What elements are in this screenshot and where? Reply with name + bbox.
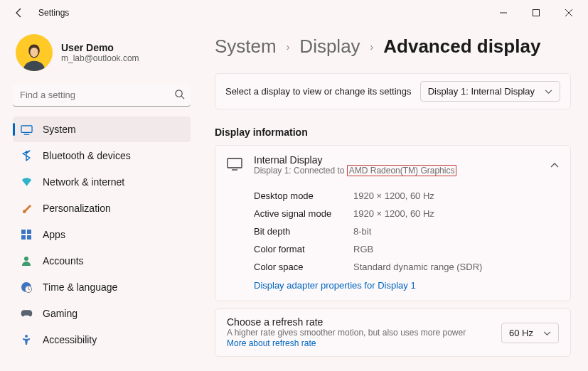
refresh-sub: A higher rate gives smoother motion, but… <box>227 328 466 338</box>
svg-point-4 <box>176 90 182 97</box>
chevron-down-icon <box>543 328 551 338</box>
info-row: Bit depth8-bit <box>254 222 557 240</box>
refresh-rate-card: Choose a refresh rate A higher rate give… <box>215 308 571 357</box>
svg-line-5 <box>181 96 184 99</box>
selector-label: Select a display to view or change its s… <box>225 86 412 97</box>
accessibility-icon <box>20 333 33 346</box>
nav-label: Network & internet <box>43 176 124 188</box>
nav-label: Accessibility <box>43 334 97 345</box>
nav-item-apps[interactable]: Apps <box>13 222 191 247</box>
svg-point-18 <box>25 335 28 338</box>
profile-name: User Demo <box>61 42 139 53</box>
nav-item-accounts[interactable]: Accounts <box>13 248 191 274</box>
titlebar: Settings <box>0 0 588 26</box>
info-table: Desktop mode1920 × 1200, 60 Hz Active si… <box>215 184 570 301</box>
profile-email: m_lab@outlook.com <box>61 53 139 63</box>
refresh-value: 60 Hz <box>509 328 533 338</box>
svg-rect-11 <box>27 235 31 240</box>
window-controls <box>487 1 585 24</box>
nav-label: Gaming <box>43 308 77 319</box>
display-selector-row: Select a display to view or change its s… <box>215 73 571 109</box>
wifi-icon <box>20 176 33 188</box>
selector-value: Display 1: Internal Display <box>428 86 535 97</box>
section-title: Display information <box>215 127 571 138</box>
info-row: Active signal mode1920 × 1200, 60 Hz <box>254 205 557 222</box>
display-name: Internal Display <box>254 154 539 166</box>
svg-rect-8 <box>21 230 26 234</box>
svg-rect-1 <box>533 10 540 16</box>
search-wrap <box>13 84 191 107</box>
bluetooth-icon <box>20 149 33 162</box>
card-header[interactable]: Internal Display Display 1: Connected to… <box>215 146 570 184</box>
info-row: Color formatRGB <box>254 240 557 258</box>
chevron-right-icon: › <box>370 41 374 53</box>
svg-rect-10 <box>21 235 26 240</box>
nav-label: Apps <box>43 229 65 240</box>
nav-item-time[interactable]: Time & language <box>13 274 191 300</box>
refresh-title: Choose a refresh rate <box>227 316 466 328</box>
profile-block[interactable]: User Demo m_lab@outlook.com <box>13 30 191 84</box>
info-row: Color spaceStandard dynamic range (SDR) <box>254 258 557 276</box>
nav-label: Time & language <box>43 281 117 293</box>
breadcrumb-system[interactable]: System <box>215 36 277 58</box>
maximize-icon <box>533 9 540 16</box>
system-icon <box>20 123 33 136</box>
person-icon <box>20 254 33 267</box>
sidebar: User Demo m_lab@outlook.com System Bluet… <box>0 26 199 371</box>
display-subtitle: Display 1: Connected to AMD Radeon(TM) G… <box>254 166 539 176</box>
nav-item-system[interactable]: System <box>13 117 191 142</box>
nav-item-network[interactable]: Network & internet <box>13 169 191 195</box>
adapter-properties-link[interactable]: Display adapter properties for Display 1 <box>254 276 416 292</box>
breadcrumb: System › Display › Advanced display <box>215 36 571 58</box>
brush-icon <box>20 202 33 215</box>
monitor-icon <box>227 158 242 173</box>
nav-label: System <box>43 124 76 135</box>
window-title: Settings <box>38 8 69 18</box>
globe-clock-icon <box>20 281 33 294</box>
breadcrumb-display[interactable]: Display <box>299 36 360 58</box>
nav-item-bluetooth[interactable]: Bluetooth & devices <box>13 143 191 168</box>
svg-point-12 <box>24 257 28 261</box>
display-selector[interactable]: Display 1: Internal Display <box>420 81 560 102</box>
svg-rect-19 <box>228 158 242 168</box>
nav-label: Bluetooth & devices <box>43 150 131 161</box>
chevron-up-icon <box>550 160 559 171</box>
arrow-left-icon <box>14 7 25 18</box>
page-title: Advanced display <box>383 36 540 58</box>
nav-list: System Bluetooth & devices Network & int… <box>13 117 191 353</box>
search-input[interactable] <box>13 84 191 107</box>
nav-item-accessibility[interactable]: Accessibility <box>13 327 191 353</box>
refresh-link[interactable]: More about refresh rate <box>227 338 316 349</box>
nav-item-personalization[interactable]: Personalization <box>13 195 191 221</box>
svg-rect-9 <box>27 230 31 234</box>
avatar <box>16 34 53 71</box>
minimize-button[interactable] <box>487 1 520 24</box>
content-area: System › Display › Advanced display Sele… <box>199 26 588 371</box>
search-icon <box>174 89 185 102</box>
info-row: Desktop mode1920 × 1200, 60 Hz <box>254 187 557 205</box>
display-info-card: Internal Display Display 1: Connected to… <box>215 145 571 301</box>
svg-rect-6 <box>21 125 31 131</box>
back-button[interactable] <box>13 6 26 19</box>
chevron-right-icon: › <box>287 41 290 53</box>
adapter-name-highlight: AMD Radeon(TM) Graphics <box>347 165 457 176</box>
minimize-icon <box>500 9 507 16</box>
close-icon <box>565 9 572 16</box>
chevron-down-icon <box>545 86 552 97</box>
apps-icon <box>20 228 33 241</box>
close-button[interactable] <box>552 1 585 24</box>
nav-item-gaming[interactable]: Gaming <box>13 301 191 326</box>
maximize-button[interactable] <box>520 1 552 24</box>
nav-label: Accounts <box>43 255 84 267</box>
gaming-icon <box>20 307 33 320</box>
refresh-rate-selector[interactable]: 60 Hz <box>501 323 559 343</box>
nav-label: Personalization <box>43 203 111 214</box>
